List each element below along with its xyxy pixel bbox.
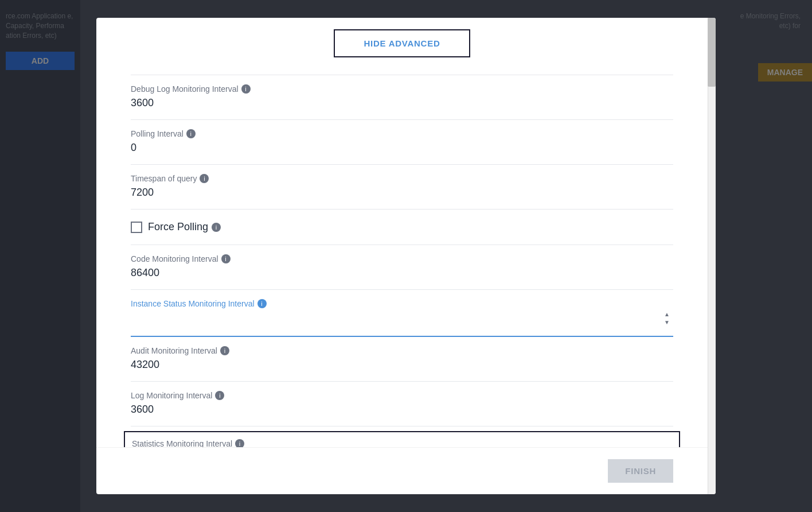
scrollbar-thumb[interactable]: [708, 18, 716, 87]
statistics-monitoring-label: Statistics Monitoring Interval i: [132, 439, 672, 447]
instance-status-field: Instance Status Monitoring Interval i 43…: [131, 290, 673, 337]
timespan-query-info-icon[interactable]: i: [200, 174, 209, 183]
instance-status-spinner: ▲ ▼: [663, 311, 671, 327]
code-monitoring-value: 86400: [131, 266, 673, 280]
instance-status-info-icon[interactable]: i: [257, 299, 267, 308]
force-polling-info-icon[interactable]: i: [212, 223, 221, 232]
timespan-query-label: Timespan of query i: [131, 174, 673, 183]
log-monitoring-field: Log Monitoring Interval i 3600: [131, 382, 673, 426]
code-monitoring-label: Code Monitoring Interval i: [131, 254, 673, 263]
log-monitoring-label: Log Monitoring Interval i: [131, 391, 673, 400]
code-monitoring-info-icon[interactable]: i: [221, 254, 231, 263]
polling-interval-info-icon[interactable]: i: [186, 129, 196, 138]
audit-monitoring-label: Audit Monitoring Interval i: [131, 346, 673, 355]
instance-status-label: Instance Status Monitoring Interval i: [131, 299, 673, 308]
modal-overlay: HIDE ADVANCED Debug Log Monitoring Inter…: [0, 0, 812, 512]
instance-status-input-wrapper: 43200 ▲ ▼: [131, 311, 673, 327]
debug-log-value: 3600: [131, 96, 673, 110]
timespan-query-field: Timespan of query i 7200: [131, 165, 673, 210]
log-monitoring-info-icon[interactable]: i: [215, 391, 224, 400]
hide-advanced-button[interactable]: HIDE ADVANCED: [334, 29, 470, 57]
instance-status-increment[interactable]: ▲: [663, 311, 671, 319]
polling-interval-value: 0: [131, 141, 673, 155]
statistics-monitoring-info-icon[interactable]: i: [235, 439, 244, 447]
force-polling-label: Force Polling i: [148, 221, 221, 233]
modal-footer: FINISH: [96, 447, 708, 494]
log-monitoring-value: 3600: [131, 402, 673, 417]
scrollbar[interactable]: [708, 18, 716, 494]
instance-status-input[interactable]: 43200: [131, 312, 663, 326]
timespan-query-value: 7200: [131, 185, 673, 200]
audit-monitoring-field: Audit Monitoring Interval i 43200: [131, 337, 673, 382]
modal-container: HIDE ADVANCED Debug Log Monitoring Inter…: [96, 18, 716, 494]
debug-log-info-icon[interactable]: i: [241, 84, 251, 94]
audit-monitoring-info-icon[interactable]: i: [220, 346, 229, 355]
audit-monitoring-value: 43200: [131, 358, 673, 372]
debug-log-field: Debug Log Monitoring Interval i 3600: [131, 75, 673, 120]
statistics-monitoring-field: Statistics Monitoring Interval i 3600: [124, 431, 680, 447]
force-polling-checkbox[interactable]: [131, 222, 142, 233]
force-polling-group: Force Polling i: [131, 210, 673, 245]
polling-interval-field: Polling Interval i 0: [131, 120, 673, 165]
finish-button[interactable]: FINISH: [608, 459, 673, 483]
polling-interval-label: Polling Interval i: [131, 129, 673, 138]
instance-status-decrement[interactable]: ▼: [663, 319, 671, 327]
debug-log-label: Debug Log Monitoring Interval i: [131, 84, 673, 94]
modal-body: HIDE ADVANCED Debug Log Monitoring Inter…: [96, 18, 708, 447]
hide-advanced-wrapper: HIDE ADVANCED: [131, 18, 673, 75]
code-monitoring-field: Code Monitoring Interval i 86400: [131, 245, 673, 290]
